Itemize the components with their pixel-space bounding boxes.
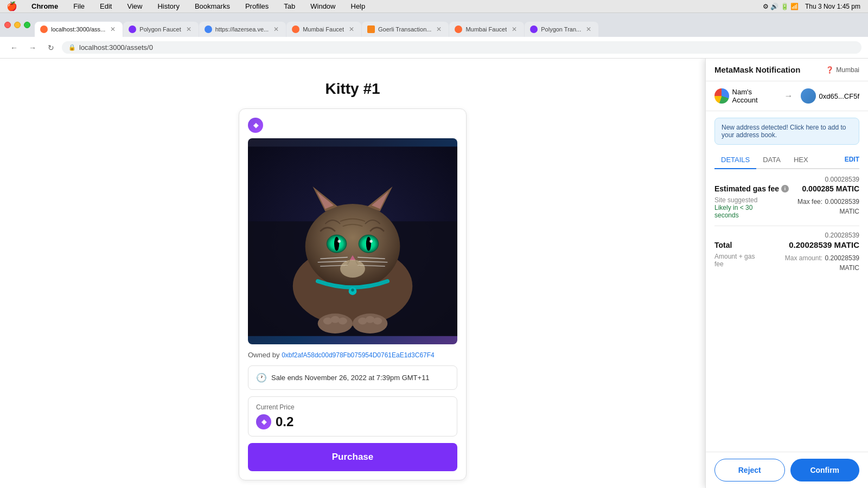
nft-card: ◈	[239, 108, 467, 480]
mm-tab-details[interactable]: DETAILS	[714, 151, 756, 169]
url-bar[interactable]: 🔒 localhost:3000/assets/0	[62, 41, 861, 54]
menubar-history[interactable]: History	[154, 1, 182, 11]
gas-fee-info-icon[interactable]: i	[781, 185, 789, 192]
menubar-chrome[interactable]: Chrome	[28, 1, 61, 11]
mm-max-fee-label: Max fee:	[797, 198, 822, 206]
tab-favicon-goerli	[367, 25, 375, 33]
mm-buttons: Reject Confirm	[706, 452, 868, 488]
tab-label-polygon-tran: Polygon Tran...	[541, 26, 581, 33]
svg-point-30	[338, 318, 347, 325]
mm-max-amount-value: 0.20028539 MATIC	[825, 254, 859, 272]
tab-polygon-faucet[interactable]: Polygon Faucet ✕	[123, 22, 198, 37]
price-polygon-icon: ◈	[256, 414, 271, 429]
mm-fee-row: 0.00028539 Estimated gas fee i 0.000285 …	[714, 176, 859, 219]
mm-details-content: 0.00028539 Estimated gas fee i 0.000285 …	[706, 169, 868, 452]
mm-divider	[714, 226, 859, 226]
tab-favicon-polygon-tran	[530, 25, 538, 33]
tab-label-polygon: Polygon Faucet	[139, 26, 181, 33]
mm-amount-gas-row: Amount + gas fee Max amount: 0.20028539 …	[714, 253, 859, 272]
menubar-view[interactable]: View	[124, 1, 145, 11]
tab-close-polygon-tran[interactable]: ✕	[584, 25, 593, 34]
apple-menu[interactable]: 🍎	[7, 1, 17, 11]
svg-point-23	[340, 260, 365, 278]
url-text: localhost:3000/assets/0	[79, 43, 153, 52]
metamask-panel: MetaMask Notification ❓ Mumbai Nam's Acc…	[705, 59, 868, 488]
reject-button[interactable]: Reject	[714, 459, 785, 481]
lock-icon: 🔒	[68, 44, 76, 51]
menubar-window[interactable]: Window	[307, 1, 339, 11]
mm-max-amount-group: Max amount: 0.20028539 MATIC	[765, 253, 859, 272]
sale-ends-text: Sale ends November 26, 2022 at 7:39pm GM…	[271, 374, 430, 382]
svg-point-33	[373, 318, 382, 325]
nft-card-header: ◈	[248, 118, 457, 133]
svg-point-29	[331, 316, 340, 323]
tab-goerli[interactable]: Goerli Transaction... ✕	[362, 22, 449, 37]
mm-tab-hex[interactable]: HEX	[787, 151, 815, 169]
menubar-profiles[interactable]: Profiles	[242, 1, 272, 11]
tab-label-mumbai1: Mumbai Faucet	[303, 26, 344, 33]
tab-favicon-mumbai1	[292, 25, 299, 33]
menubar-help[interactable]: Help	[348, 1, 369, 11]
tab-mumbai-faucet-2[interactable]: Mumbai Faucet ✕	[449, 22, 524, 37]
page-title: Kitty #1	[325, 80, 380, 98]
window-close-button[interactable]	[4, 22, 11, 28]
mm-account-from: Nam's Account	[714, 88, 777, 104]
mm-total-amount-small: 0.20028539	[714, 232, 859, 239]
svg-point-25	[351, 288, 354, 292]
cat-svg	[248, 138, 457, 344]
menubar-bookmarks[interactable]: Bookmarks	[192, 1, 233, 11]
forward-button[interactable]: →	[25, 40, 40, 55]
menubar-right: ⚙ 🔊 🔋 📶 Thu 3 Nov 1:45 pm	[762, 3, 861, 10]
back-button[interactable]: ←	[7, 40, 22, 55]
menubar-edit[interactable]: Edit	[97, 1, 115, 11]
tab-favicon-polygon	[129, 25, 136, 33]
to-avatar-icon	[801, 88, 816, 104]
address-bar: ← → ↻ 🔒 localhost:3000/assets/0	[0, 37, 868, 59]
mm-max-fee-value: 0.00028539 MATIC	[825, 198, 859, 215]
tab-mumbai-faucet-1[interactable]: Mumbai Faucet ✕	[286, 22, 361, 37]
tab-close-localhost[interactable]: ✕	[108, 25, 117, 34]
tab-polygon-tran[interactable]: Polygon Tran... ✕	[525, 22, 598, 37]
tab-close-goerli[interactable]: ✕	[435, 25, 443, 34]
mm-amount-gas-label: Amount + gas fee	[714, 253, 765, 272]
mm-title: MetaMask Notification	[714, 65, 800, 74]
window-minimize-button[interactable]	[14, 22, 21, 28]
mm-total-label: Total	[714, 241, 732, 249]
tab-lazersea[interactable]: https://lazersea.ve... ✕	[199, 22, 286, 37]
svg-point-32	[366, 316, 375, 323]
window-maximize-button[interactable]	[24, 22, 30, 28]
menubar-tab[interactable]: Tab	[280, 1, 298, 11]
tab-close-polygon[interactable]: ✕	[184, 25, 193, 34]
mm-network: ❓ Mumbai	[826, 66, 859, 74]
tab-close-mumbai2[interactable]: ✕	[510, 25, 519, 34]
tab-localhost[interactable]: localhost:3000/ass... ✕	[35, 22, 123, 37]
svg-point-31	[358, 318, 367, 325]
purchase-button[interactable]: Purchase	[248, 443, 457, 471]
tab-close-lazersea[interactable]: ✕	[272, 25, 280, 34]
menubar-file[interactable]: File	[70, 1, 88, 11]
sale-info: 🕐 Sale ends November 26, 2022 at 7:39pm …	[248, 365, 457, 390]
mm-notice[interactable]: New address detected! Click here to add …	[714, 118, 859, 145]
owner-address-link[interactable]: 0xbf2afA58dc00d978Fb075954D0761EaE1d3C67…	[282, 351, 435, 359]
clock: Thu 3 Nov 1:45 pm	[805, 3, 860, 10]
browser-window: localhost:3000/ass... ✕ Polygon Faucet ✕…	[0, 13, 868, 488]
menubar: 🍎 Chrome File Edit View History Bookmark…	[0, 0, 868, 13]
tab-favicon-lazersea	[205, 25, 212, 33]
price-display: ◈ 0.2	[256, 414, 449, 429]
main-area: Kitty #1 ◈	[0, 59, 868, 488]
mm-tab-data[interactable]: DATA	[756, 151, 787, 169]
clock-icon: 🕐	[256, 373, 267, 383]
page-content: Kitty #1 ◈	[0, 59, 705, 488]
svg-point-28	[323, 318, 333, 325]
kitty-image	[248, 138, 457, 344]
mm-edit-button[interactable]: EDIT	[845, 151, 859, 168]
mm-total-label-row: Total 0.20028539 MATIC	[714, 240, 859, 249]
tab-close-mumbai1[interactable]: ✕	[347, 25, 356, 34]
confirm-button[interactable]: Confirm	[790, 459, 860, 481]
account-arrow-icon: →	[784, 91, 793, 101]
price-value: 0.2	[276, 414, 293, 429]
mm-header: MetaMask Notification ❓ Mumbai	[706, 59, 868, 81]
tab-label-goerli: Goerli Transaction...	[378, 26, 431, 33]
reload-button[interactable]: ↻	[43, 40, 59, 55]
tab-bar: localhost:3000/ass... ✕ Polygon Faucet ✕…	[0, 13, 868, 37]
